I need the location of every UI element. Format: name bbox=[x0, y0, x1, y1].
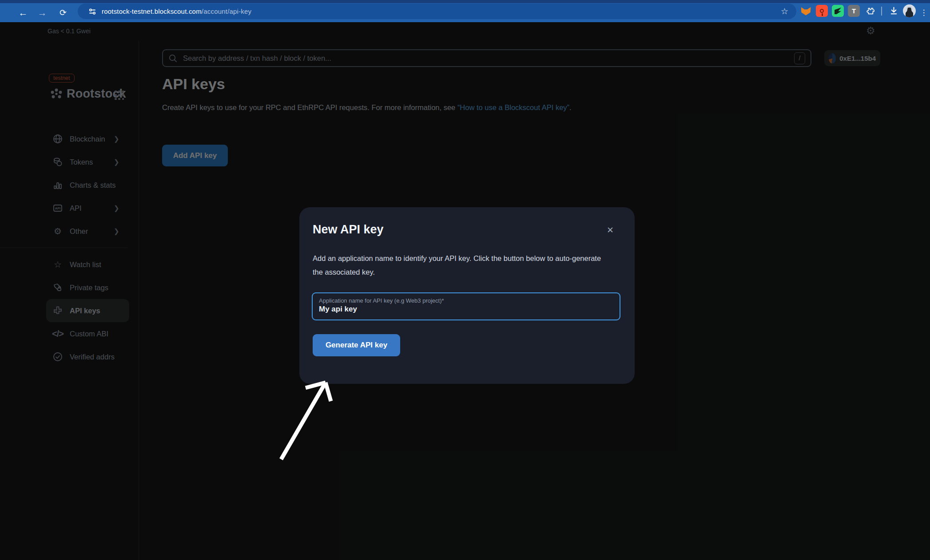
rootstock-logo-icon bbox=[50, 87, 63, 101]
account-button[interactable]: 0xE1...15b4 bbox=[824, 50, 880, 66]
sidebar-item-blockchain[interactable]: Blockchain ❯ bbox=[0, 127, 139, 150]
sidebar-item-charts-stats[interactable]: Charts & stats bbox=[0, 174, 139, 197]
tag-lock-icon bbox=[52, 282, 64, 293]
sidebar-item-other[interactable]: ⚙ Other ❯ bbox=[0, 220, 139, 243]
star-icon: ☆ bbox=[52, 259, 64, 270]
application-name-input[interactable] bbox=[319, 305, 613, 314]
downloads-icon[interactable] bbox=[888, 5, 900, 17]
gas-price-label: Gas < 0.1 Gwei bbox=[48, 28, 91, 35]
api-icon: API bbox=[52, 202, 64, 214]
gear-icon: ⚙ bbox=[52, 225, 64, 237]
check-circle-icon bbox=[52, 351, 64, 363]
chevron-right-icon: ❯ bbox=[114, 135, 119, 143]
bar-chart-icon bbox=[52, 179, 64, 191]
browser-profile-avatar[interactable] bbox=[903, 4, 916, 17]
sidebar-item-watch-list[interactable]: ☆ Watch list bbox=[0, 253, 139, 276]
account-address: 0xE1...15b4 bbox=[839, 55, 876, 62]
sidebar-item-verified-addrs[interactable]: Verified addrs bbox=[0, 345, 139, 368]
globe-icon bbox=[52, 133, 64, 145]
sidebar-item-custom-abi[interactable]: </> Custom ABI bbox=[0, 322, 139, 345]
close-icon[interactable]: ✕ bbox=[607, 225, 614, 235]
browser-menu-icon[interactable]: ⋮ bbox=[916, 3, 930, 22]
sidebar: testnet Rootstock Blockcha bbox=[0, 41, 139, 560]
bookmark-star-icon[interactable]: ☆ bbox=[781, 6, 788, 16]
browser-toolbar: ← → ⟳ rootstock-testnet.blockscout.com/a… bbox=[0, 0, 930, 22]
toolbar-divider bbox=[881, 7, 882, 16]
code-icon: </> bbox=[52, 328, 64, 339]
svg-text:API: API bbox=[55, 206, 61, 210]
back-icon[interactable]: ← bbox=[15, 3, 31, 22]
search-shortcut-hint: / bbox=[794, 52, 805, 64]
coins-icon bbox=[52, 156, 64, 168]
search-icon bbox=[168, 54, 178, 63]
sidebar-nav: Blockchain ❯ Tokens ❯ Charts & stats bbox=[0, 127, 139, 368]
api-key-docs-link[interactable]: “How to use a Blockscout API key” bbox=[457, 103, 569, 111]
stats-strip: Gas < 0.1 Gwei ⚙ bbox=[0, 22, 930, 41]
orange-extension-icon[interactable] bbox=[816, 5, 828, 17]
sidebar-separator bbox=[0, 248, 127, 248]
search-input[interactable] bbox=[183, 54, 794, 63]
extensions-puzzle-icon[interactable] bbox=[864, 5, 876, 17]
url-text[interactable]: rootstock-testnet.blockscout.com/account… bbox=[102, 8, 251, 15]
sidebar-item-api[interactable]: API API ❯ bbox=[0, 197, 139, 220]
sidebar-item-api-keys[interactable]: API keys bbox=[46, 299, 129, 322]
add-api-key-button[interactable]: Add API key bbox=[162, 145, 228, 166]
page-viewport: Gas < 0.1 Gwei ⚙ testnet Rootstock bbox=[0, 22, 930, 560]
generate-api-key-button[interactable]: Generate API key bbox=[313, 334, 400, 356]
reload-icon[interactable]: ⟳ bbox=[55, 3, 71, 22]
screen: ← → ⟳ rootstock-testnet.blockscout.com/a… bbox=[0, 0, 930, 560]
chevron-right-icon: ❯ bbox=[114, 227, 119, 235]
application-name-label: Application name for API key (e.g Web3 p… bbox=[319, 297, 613, 304]
page-title: API keys bbox=[162, 75, 225, 93]
api-key-icon bbox=[52, 305, 64, 316]
sidebar-item-private-tags[interactable]: Private tags bbox=[0, 276, 139, 299]
t-extension-icon[interactable]: T bbox=[848, 5, 860, 17]
sidebar-item-tokens[interactable]: Tokens ❯ bbox=[0, 150, 139, 174]
account-identicon bbox=[829, 53, 836, 63]
page-settings-gear-icon[interactable]: ⚙ bbox=[866, 25, 875, 37]
green-extension-icon[interactable] bbox=[832, 5, 844, 17]
apps-grid-icon[interactable] bbox=[115, 91, 124, 100]
chevron-right-icon: ❯ bbox=[114, 204, 119, 212]
application-name-field[interactable]: Application name for API key (e.g Web3 p… bbox=[312, 292, 620, 320]
forward-icon[interactable]: → bbox=[34, 3, 50, 22]
search-bar[interactable]: / bbox=[162, 49, 811, 67]
site-info-icon[interactable] bbox=[88, 8, 96, 16]
chevron-right-icon: ❯ bbox=[114, 158, 119, 166]
testnet-badge: testnet bbox=[49, 74, 75, 83]
page-description: Create API keys to use for your RPC and … bbox=[162, 103, 572, 112]
metamask-extension-icon[interactable] bbox=[800, 5, 812, 17]
modal-title: New API key bbox=[313, 223, 384, 237]
url-bar[interactable]: rootstock-testnet.blockscout.com/account… bbox=[78, 4, 796, 19]
new-api-key-modal: New API key ✕ Add an application name to… bbox=[299, 207, 635, 384]
modal-description: Add an application name to identify your… bbox=[313, 252, 619, 279]
